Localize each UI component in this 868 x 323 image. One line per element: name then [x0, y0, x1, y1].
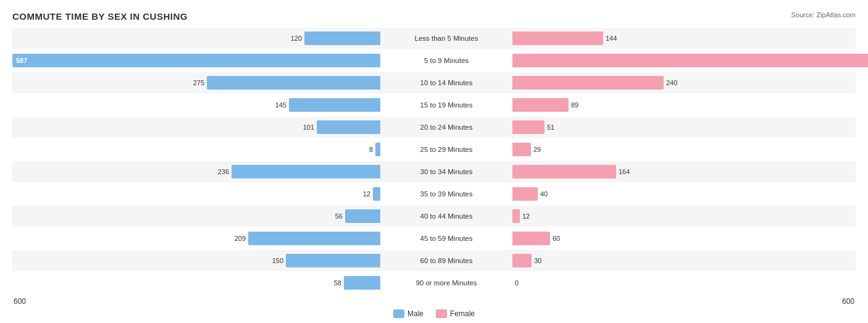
male-value: 275 — [193, 79, 204, 86]
right-bar-section: 60 — [510, 232, 868, 245]
left-bar-section: 8 — [12, 143, 383, 156]
female-value: 144 — [606, 35, 617, 42]
right-bar-section: 12 — [510, 209, 868, 223]
female-value: 30 — [534, 257, 541, 264]
row-label: 15 to 19 Minutes — [383, 101, 510, 109]
left-bar-section: 275 — [12, 76, 383, 90]
chart-row: 20945 to 59 Minutes60 — [12, 228, 856, 249]
row-label: 30 to 34 Minutes — [383, 168, 510, 175]
male-bar: 587 — [12, 54, 380, 67]
legend: Male Female — [12, 309, 856, 318]
female-bar — [512, 76, 664, 90]
female-value: 51 — [547, 124, 554, 131]
male-color-box — [393, 309, 404, 318]
left-bar-section: 101 — [12, 120, 383, 134]
row-label: 5 to 9 Minutes — [383, 57, 510, 64]
left-bar-section: 58 — [12, 276, 383, 290]
left-bar-section: 56 — [12, 209, 383, 223]
axis-left: 600 — [12, 297, 372, 306]
row-label: 10 to 14 Minutes — [383, 79, 510, 86]
row-label: 35 to 39 Minutes — [383, 190, 510, 198]
right-bar-section: 144 — [510, 31, 868, 45]
female-bar — [512, 31, 603, 45]
female-bar — [512, 232, 550, 245]
male-bar — [304, 31, 380, 45]
female-bar — [512, 187, 538, 201]
row-label: Less than 5 Minutes — [383, 35, 510, 42]
right-bar-section: 240 — [510, 76, 868, 90]
legend-female: Female — [436, 309, 475, 318]
chart-container: COMMUTE TIME BY SEX IN CUSHING Source: Z… — [0, 0, 868, 323]
right-bar-section: 89 — [510, 98, 868, 112]
male-value: 236 — [218, 168, 229, 175]
female-value: 240 — [666, 79, 677, 86]
chart-area: 120Less than 5 Minutes1445875 to 9 Minut… — [12, 28, 856, 293]
right-bar-section: 29 — [510, 143, 868, 156]
female-bar: 511 — [512, 54, 868, 67]
legend-male-label: Male — [407, 309, 424, 318]
male-bar — [248, 232, 380, 245]
male-value: 58 — [334, 279, 341, 287]
right-bar-section: 164 — [510, 165, 868, 178]
legend-male: Male — [393, 309, 424, 318]
female-value: 40 — [540, 190, 548, 198]
right-bar-section: 40 — [510, 187, 868, 201]
female-bar — [512, 254, 532, 267]
female-value: 89 — [571, 101, 578, 109]
male-bar — [375, 143, 380, 156]
row-label: 60 to 89 Minutes — [383, 257, 510, 264]
male-bar — [232, 165, 380, 178]
female-bar — [512, 120, 545, 134]
chart-row: 27510 to 14 Minutes240 — [12, 72, 856, 93]
chart-row: 23630 to 34 Minutes164 — [12, 161, 856, 182]
female-bar — [512, 98, 569, 112]
left-bar-section: 12 — [12, 187, 383, 201]
male-bar — [317, 120, 380, 134]
male-value: 120 — [291, 35, 302, 42]
female-value: 60 — [553, 235, 560, 242]
male-value: 150 — [272, 257, 283, 264]
axis-right: 600 — [496, 297, 856, 306]
male-value: 8 — [369, 146, 373, 153]
right-bar-section: 51 — [510, 120, 868, 134]
right-bar-section: 30 — [510, 254, 868, 267]
female-value: 12 — [522, 212, 530, 220]
female-value: 29 — [533, 146, 541, 153]
legend-female-label: Female — [450, 309, 475, 318]
chart-row: 5890 or more Minutes0 — [12, 272, 856, 293]
chart-row: 1235 to 39 Minutes40 — [12, 183, 856, 204]
male-value: 56 — [335, 212, 343, 220]
chart-row: 120Less than 5 Minutes144 — [12, 28, 856, 49]
male-bar — [373, 187, 380, 201]
chart-row: 5875 to 9 Minutes511 — [12, 50, 856, 71]
left-bar-section: 587 — [12, 54, 383, 67]
male-bar — [289, 98, 380, 112]
left-bar-section: 209 — [12, 232, 383, 245]
right-bar-section: 511 — [510, 54, 868, 67]
male-bar — [345, 209, 380, 223]
chart-row: 5640 to 44 Minutes12 — [12, 206, 856, 227]
female-bar — [512, 209, 520, 223]
female-value: 0 — [515, 279, 519, 287]
source-label: Source: ZipAtlas.com — [791, 11, 856, 19]
axis-row: 600 600 — [12, 297, 856, 306]
chart-row: 825 to 29 Minutes29 — [12, 139, 856, 160]
left-bar-section: 236 — [12, 165, 383, 178]
male-bar — [286, 254, 380, 267]
female-bar — [512, 165, 616, 178]
male-bar — [207, 76, 380, 90]
female-value: 164 — [619, 168, 630, 175]
chart-title: COMMUTE TIME BY SEX IN CUSHING — [12, 11, 856, 22]
male-bar — [344, 276, 380, 290]
left-bar-section: 120 — [12, 31, 383, 45]
row-label: 90 or more Minutes — [383, 279, 510, 287]
row-label: 40 to 44 Minutes — [383, 212, 510, 220]
left-bar-section: 145 — [12, 98, 383, 112]
male-value: 209 — [235, 235, 246, 242]
male-value: 145 — [275, 101, 286, 109]
female-bar — [512, 143, 531, 156]
female-color-box — [436, 309, 447, 318]
row-label: 25 to 29 Minutes — [383, 146, 510, 153]
row-label: 45 to 59 Minutes — [383, 235, 510, 242]
chart-row: 15060 to 89 Minutes30 — [12, 250, 856, 271]
